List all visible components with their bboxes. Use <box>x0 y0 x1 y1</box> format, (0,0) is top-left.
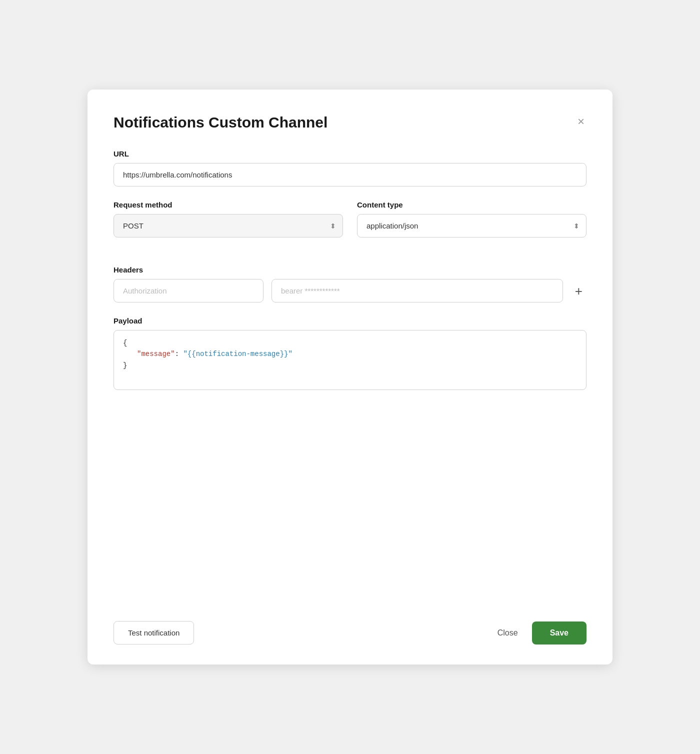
header-value-input[interactable] <box>272 279 563 302</box>
payload-label: Payload <box>114 316 586 325</box>
content-type-select-wrapper: application/json application/x-www-form-… <box>357 214 586 238</box>
close-button[interactable]: Close <box>498 628 518 638</box>
test-notification-button[interactable]: Test notification <box>114 621 194 644</box>
header-key-input[interactable] <box>114 279 264 302</box>
method-contenttype-row: Request method POST GET PUT PATCH DELETE… <box>114 200 586 252</box>
footer-right-actions: Close Save <box>498 622 586 644</box>
dialog-title: Notifications Custom Channel <box>114 114 328 132</box>
payload-section: Payload { "message": "{{notification-mes… <box>114 316 586 390</box>
payload-line-2: "message": "{{notification-message}}" <box>123 348 577 360</box>
add-header-button[interactable]: + <box>571 282 586 300</box>
headers-section: Headers + <box>114 266 586 302</box>
plus-icon: + <box>575 284 582 298</box>
url-input[interactable] <box>114 163 586 186</box>
dialog-footer: Test notification Close Save <box>114 601 586 644</box>
close-icon-button[interactable]: × <box>576 114 586 130</box>
notifications-dialog: Notifications Custom Channel × URL Reque… <box>88 90 612 664</box>
headers-label: Headers <box>114 266 586 274</box>
dialog-header: Notifications Custom Channel × <box>114 114 586 132</box>
save-button[interactable]: Save <box>532 622 586 644</box>
url-field-group: URL <box>114 150 586 186</box>
payload-line-1: { <box>123 338 577 348</box>
request-method-select-wrapper: POST GET PUT PATCH DELETE ⬍ <box>114 214 343 238</box>
request-method-group: Request method POST GET PUT PATCH DELETE… <box>114 200 343 238</box>
headers-row: + <box>114 279 586 302</box>
close-icon: × <box>578 116 584 128</box>
content-type-group: Content type application/json applicatio… <box>357 200 586 238</box>
payload-line-3: } <box>123 360 577 371</box>
payload-editor[interactable]: { "message": "{{notification-message}}" … <box>114 330 586 390</box>
content-type-select[interactable]: application/json application/x-www-form-… <box>357 214 586 238</box>
url-label: URL <box>114 150 586 158</box>
request-method-select[interactable]: POST GET PUT PATCH DELETE <box>114 214 343 238</box>
request-method-label: Request method <box>114 200 343 209</box>
content-type-label: Content type <box>357 200 586 209</box>
